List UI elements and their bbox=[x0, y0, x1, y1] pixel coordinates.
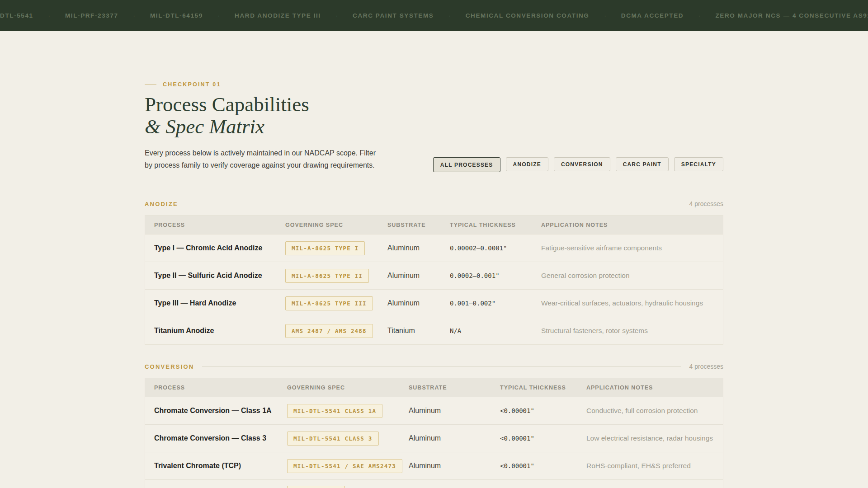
table-header-row: PROCESSGOVERNING SPECSUBSTRATETYPICAL TH… bbox=[145, 378, 723, 397]
spec-badge: MIL-A-8625 TYPE I bbox=[285, 241, 365, 255]
column-header: SUBSTRATE bbox=[387, 222, 450, 228]
table-row: Chromate Conversion — Class 1AMIL-DTL-55… bbox=[145, 397, 723, 424]
checkpoint-label: CHECKPOINT 01 bbox=[163, 81, 221, 88]
column-header: SUBSTRATE bbox=[409, 385, 500, 391]
filter-conversion[interactable]: CONVERSION bbox=[554, 157, 610, 171]
hero-section: CHECKPOINT 01 Process Capabilities & Spe… bbox=[145, 31, 723, 171]
sections: ANODIZE4 processesPROCESSGOVERNING SPECS… bbox=[145, 200, 723, 488]
thickness: 0.00002–0.0001" bbox=[450, 244, 541, 252]
section-head: ANODIZE4 processes bbox=[145, 200, 723, 207]
notes: General corrosion protection bbox=[541, 272, 714, 280]
notes: RoHS-compliant, EH&S preferred bbox=[586, 462, 714, 470]
section-anodize: ANODIZE4 processesPROCESSGOVERNING SPECS… bbox=[145, 200, 723, 345]
ticker-item: DCMA ACCEPTED bbox=[621, 12, 684, 19]
page-title-line1: Process Capabilities bbox=[145, 93, 309, 116]
kicker-row: CHECKPOINT 01 bbox=[145, 81, 723, 88]
table-row: Type I — Chromic Acid AnodizeMIL-A-8625 … bbox=[145, 234, 723, 262]
spec-cell: AMS 2487 / AMS 2488 bbox=[285, 324, 387, 338]
thickness: <0.00001" bbox=[500, 462, 586, 469]
ticker-items: -DTL-5541·MIL-PRF-23377·MIL-DTL-64159·HA… bbox=[0, 12, 868, 19]
thickness: <0.00001" bbox=[500, 407, 586, 414]
notes: Fatigue-sensitive airframe components bbox=[541, 244, 714, 252]
column-header: PROCESS bbox=[154, 385, 287, 391]
spec-badge: MIL-DTL-5541 CLASS 3 bbox=[287, 432, 379, 446]
ticker-separator: · bbox=[336, 12, 338, 19]
notes: Conductive, full corrosion protection bbox=[586, 407, 714, 415]
process-table: PROCESSGOVERNING SPECSUBSTRATETYPICAL TH… bbox=[145, 378, 723, 488]
column-header: GOVERNING SPEC bbox=[287, 385, 409, 391]
filter-specialty[interactable]: SPECIALTY bbox=[674, 157, 723, 171]
section-process-count: 4 processes bbox=[689, 200, 723, 207]
section-process-count: 4 processes bbox=[689, 363, 723, 370]
thickness: 0.0002–0.001" bbox=[450, 272, 541, 279]
spec-cell bbox=[287, 486, 409, 488]
process-name: Type III — Hard Anodize bbox=[154, 299, 285, 307]
filter-group: ALL PROCESSESANODIZECONVERSIONCARC PAINT… bbox=[433, 157, 723, 172]
thickness: N/A bbox=[450, 327, 541, 334]
column-header: TYPICAL THICKNESS bbox=[450, 222, 541, 228]
column-header: TYPICAL THICKNESS bbox=[500, 385, 586, 391]
ticker-item: ZERO MAJOR NCS — 4 CONSECUTIVE AS9100D C… bbox=[715, 12, 868, 19]
section-conversion: CONVERSION4 processesPROCESSGOVERNING SP… bbox=[145, 363, 723, 488]
filter-anodize[interactable]: ANODIZE bbox=[506, 157, 548, 171]
thickness: <0.00001" bbox=[500, 435, 586, 442]
spec-badge: AMS 2487 / AMS 2488 bbox=[285, 324, 373, 338]
table-row: Titanium AnodizeAMS 2487 / AMS 2488Titan… bbox=[145, 317, 723, 344]
column-header: PROCESS bbox=[154, 222, 285, 228]
table-row: Type III — Hard AnodizeMIL-A-8625 TYPE I… bbox=[145, 289, 723, 317]
ticker-separator: · bbox=[133, 12, 135, 19]
thickness: 0.001–0.002" bbox=[450, 300, 541, 307]
spec-badge: MIL-DTL-5541 / SAE AMS2473 bbox=[287, 459, 402, 473]
section-divider-line bbox=[186, 204, 681, 204]
ticker-item: HARD ANODIZE TYPE III bbox=[235, 12, 321, 19]
ticker-separator: · bbox=[218, 12, 220, 19]
section-label: CONVERSION bbox=[145, 363, 194, 370]
section-head: CONVERSION4 processes bbox=[145, 363, 723, 370]
process-name: Titanium Anodize bbox=[154, 327, 285, 335]
table-row: Chromate Conversion — Class 3MIL-DTL-554… bbox=[145, 424, 723, 452]
ticker-item: CARC PAINT SYSTEMS bbox=[353, 12, 434, 19]
section-label: ANODIZE bbox=[145, 201, 178, 207]
page-title-line2: & Spec Matrix bbox=[145, 115, 264, 138]
section-divider-line bbox=[202, 366, 681, 367]
spec-cell: MIL-DTL-5541 CLASS 3 bbox=[287, 432, 409, 446]
ticker-item: -DTL-5541 bbox=[0, 12, 33, 19]
ticker-item: MIL-PRF-23377 bbox=[65, 12, 118, 19]
process-name: Type II — Sulfuric Acid Anodize bbox=[154, 272, 285, 280]
spec-ticker-bar: -DTL-5541·MIL-PRF-23377·MIL-DTL-64159·HA… bbox=[0, 0, 868, 31]
hero-description: Every process below is actively maintain… bbox=[145, 147, 382, 171]
page-title: Process Capabilities & Spec Matrix bbox=[145, 94, 723, 138]
process-name: Trivalent Chromate (TCP) bbox=[154, 462, 287, 470]
substrate: Aluminum bbox=[387, 244, 450, 252]
spec-badge: MIL-A-8625 TYPE II bbox=[285, 269, 369, 283]
substrate: Titanium bbox=[387, 327, 450, 335]
ticker-separator: · bbox=[48, 12, 50, 19]
table-row: Type II — Sulfuric Acid AnodizeMIL-A-862… bbox=[145, 262, 723, 289]
notes: Wear-critical surfaces, actuators, hydra… bbox=[541, 299, 714, 307]
main-content: CHECKPOINT 01 Process Capabilities & Spe… bbox=[145, 31, 723, 488]
ticker-separator: · bbox=[604, 12, 606, 19]
spec-cell: MIL-DTL-5541 CLASS 1A bbox=[287, 404, 409, 418]
spec-badge: MIL-A-8625 TYPE III bbox=[285, 296, 373, 310]
table-row bbox=[145, 479, 723, 488]
substrate: Aluminum bbox=[409, 462, 500, 470]
filter-carc-paint[interactable]: CARC PAINT bbox=[616, 157, 669, 171]
process-name: Chromate Conversion — Class 3 bbox=[154, 434, 287, 442]
ticker-item: CHEMICAL CONVERSION COATING bbox=[466, 12, 590, 19]
process-name: Type I — Chromic Acid Anodize bbox=[154, 244, 285, 252]
table-header-row: PROCESSGOVERNING SPECSUBSTRATETYPICAL TH… bbox=[145, 216, 723, 234]
spec-cell: MIL-DTL-5541 / SAE AMS2473 bbox=[287, 459, 409, 473]
process-table: PROCESSGOVERNING SPECSUBSTRATETYPICAL TH… bbox=[145, 215, 723, 345]
spec-badge bbox=[287, 486, 345, 488]
column-header: GOVERNING SPEC bbox=[285, 222, 387, 228]
spec-badge: MIL-DTL-5541 CLASS 1A bbox=[287, 404, 382, 418]
kicker-dash-line bbox=[145, 84, 156, 85]
substrate: Aluminum bbox=[387, 272, 450, 280]
notes: Structural fasteners, rotor systems bbox=[541, 327, 714, 335]
filter-all-processes[interactable]: ALL PROCESSES bbox=[433, 157, 500, 172]
ticker-separator: · bbox=[448, 12, 450, 19]
substrate: Aluminum bbox=[409, 434, 500, 442]
spec-cell: MIL-A-8625 TYPE I bbox=[285, 241, 387, 255]
substrate: Aluminum bbox=[409, 407, 500, 415]
table-row: Trivalent Chromate (TCP)MIL-DTL-5541 / S… bbox=[145, 452, 723, 479]
